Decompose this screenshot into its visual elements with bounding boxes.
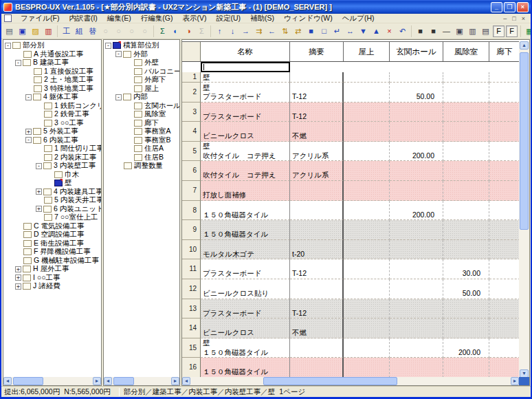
name-cell[interactable]: 打放し面補修 (201, 181, 290, 201)
menu-item[interactable]: 表示(V) (178, 14, 212, 23)
collapse-icon[interactable]: - (115, 94, 122, 100)
spec-cell[interactable]: 不燃 (290, 319, 344, 338)
quantity-cell[interactable] (344, 161, 390, 181)
scroll-thumb[interactable] (520, 52, 529, 230)
mdi-document-icon[interactable] (4, 14, 12, 22)
toolbar-save-icon[interactable]: ▣ (16, 25, 28, 37)
quantity-cell[interactable]: 200.00 (443, 338, 489, 358)
quantity-cell[interactable] (489, 142, 520, 162)
section-tree-node[interactable]: 玄関ホール (104, 102, 179, 111)
spec-cell[interactable]: t-20 (290, 240, 344, 260)
toolbar-row-move-down-icon[interactable]: ⇄ (292, 25, 304, 37)
quantity-cell[interactable] (489, 201, 520, 221)
quantity-cell[interactable] (390, 240, 443, 260)
section-tree-node[interactable]: 屋上 (104, 85, 179, 94)
toolbar-row-down-icon[interactable]: ↓ (227, 25, 239, 37)
partlist-tree-node[interactable]: 2 土・地業工事 (3, 76, 101, 85)
section-tree-node[interactable]: 調整数量 (104, 162, 179, 171)
spec-cell[interactable]: アクリル系 (290, 142, 344, 162)
partlist-tree-node[interactable]: +H 屋外工事 (3, 265, 101, 274)
quantity-cell[interactable] (489, 279, 520, 299)
quantity-cell[interactable]: 200.00 (390, 142, 443, 162)
mdi-close-button[interactable]: × (519, 15, 528, 22)
quantity-cell[interactable] (344, 358, 390, 378)
collapse-icon[interactable]: - (115, 51, 122, 57)
scroll-thumb[interactable] (113, 377, 134, 385)
partlist-tree-node[interactable]: -4 躯体工事 (3, 93, 101, 102)
toolbar-row-detail-icon[interactable]: ▲ (370, 25, 382, 37)
collapse-icon[interactable]: - (36, 163, 42, 169)
quantity-cell[interactable]: 50.00 (390, 83, 443, 103)
partlist-tree-node[interactable]: 1 直接仮設工事 (3, 67, 101, 76)
spec-cell[interactable] (290, 358, 344, 378)
toolbar-open-icon[interactable]: ▨ (30, 25, 41, 37)
section-tree-node[interactable]: 風除室 (104, 110, 179, 119)
quantity-cell[interactable] (489, 220, 520, 240)
section-tree-node[interactable]: 事務室B (104, 136, 179, 145)
spec-cell[interactable]: 不燃 (290, 122, 344, 142)
partlist-tree-node[interactable]: 壁 (3, 179, 101, 188)
partlist-tree-node[interactable]: A 共通仮設工事 (3, 50, 101, 59)
partlist-tree-node[interactable]: -6 内装工事 (3, 136, 101, 145)
partlist-tree-node[interactable]: F 昇降機設備工事 (3, 248, 101, 257)
toolbar-layout-single-icon[interactable]: ▣ (454, 25, 465, 37)
scroll-left-icon[interactable]: ◂ (3, 377, 12, 385)
spec-cell[interactable] (290, 201, 344, 221)
toolbar-part-edit-icon[interactable]: 替 (87, 25, 98, 37)
section-tree-node[interactable]: 事務室A (104, 127, 179, 136)
quantity-cell[interactable] (489, 72, 520, 83)
name-cell[interactable]: １５０角磁器タイル (201, 201, 290, 221)
quantity-cell[interactable] (390, 358, 443, 378)
quantity-cell[interactable] (390, 122, 443, 142)
spec-cell[interactable] (290, 220, 344, 240)
scroll-right-icon[interactable]: ▸ (93, 377, 101, 385)
collapse-icon[interactable]: - (25, 137, 32, 143)
toolbar-row-delete-icon[interactable]: × (384, 25, 395, 37)
toolbar-row-extract-icon[interactable]: ← (266, 25, 278, 37)
collapse-icon[interactable]: - (5, 43, 11, 49)
toolbar-layout-columns-icon[interactable]: ▥ (467, 25, 478, 37)
toolbar-link-3-icon[interactable]: ○ (126, 25, 137, 37)
menu-item[interactable]: ウィンドウ(W) (279, 14, 337, 23)
collapse-icon[interactable]: - (15, 60, 21, 66)
quantity-cell[interactable] (443, 103, 489, 122)
name-cell[interactable]: 壁吹付タイル コテ押え (201, 142, 290, 162)
quantity-cell[interactable] (344, 103, 390, 122)
toolbar-monitor-time-icon[interactable]: ◐ (170, 25, 181, 37)
quantity-cell[interactable] (390, 279, 443, 299)
partlist-tree-node[interactable]: -3 内装壁工事 (3, 162, 101, 171)
toolbar-layout-rows-icon[interactable]: ▤ (480, 25, 491, 37)
partlist-tree-node[interactable]: 2 内装床工事 (3, 153, 101, 162)
quantity-cell[interactable] (443, 181, 489, 201)
quantity-cell[interactable] (443, 319, 489, 338)
spec-cell[interactable]: T-12 (290, 103, 344, 122)
quantity-cell[interactable] (489, 240, 520, 260)
scroll-thumb[interactable] (263, 377, 397, 385)
quantity-cell[interactable] (390, 319, 443, 338)
toolbar-view-line-icon[interactable]: — (441, 25, 452, 37)
quantity-cell[interactable] (489, 83, 520, 103)
menu-item[interactable]: 補助(S) (245, 14, 279, 23)
quantity-cell[interactable] (443, 142, 489, 162)
name-cell[interactable]: ビニールクロス貼り (201, 279, 290, 299)
section-tree-node[interactable]: 外廊下 (104, 76, 179, 85)
quantity-cell[interactable] (443, 220, 489, 240)
quantity-cell[interactable] (344, 279, 390, 299)
spec-cell[interactable]: T-12 (290, 259, 344, 279)
quantity-cell[interactable] (443, 161, 489, 181)
quantity-cell[interactable] (344, 259, 390, 279)
partlist-tree-node[interactable]: +J 諸経費 (3, 282, 101, 291)
title-bar[interactable]: BESPRO-UX Ver.1.105 - [★部分別内訳書 - UX2マンショ… (1, 0, 531, 14)
quantity-cell[interactable] (344, 240, 390, 260)
grid-hscrollbar[interactable]: ◂ ▸ (182, 377, 519, 385)
partlist-tree-node[interactable]: +I ○○工事 (3, 274, 101, 283)
section-tree-node[interactable]: 住居B (104, 153, 179, 162)
toolbar-link-1-icon[interactable]: ○ (100, 25, 111, 37)
toolbar-close-file-icon[interactable]: ▥ (43, 25, 54, 37)
partlist-tree-node[interactable]: +6 内装ユニット (3, 205, 101, 214)
toolbar-link-2-icon[interactable]: ○ (113, 25, 124, 37)
section-tree-node[interactable]: 住居A (104, 144, 179, 153)
partlist-tree-node[interactable]: E 衛生設備工事 (3, 239, 101, 248)
partlist-tree-node[interactable]: 2 鉄骨工事 (3, 110, 101, 119)
expand-icon[interactable]: + (25, 129, 32, 135)
